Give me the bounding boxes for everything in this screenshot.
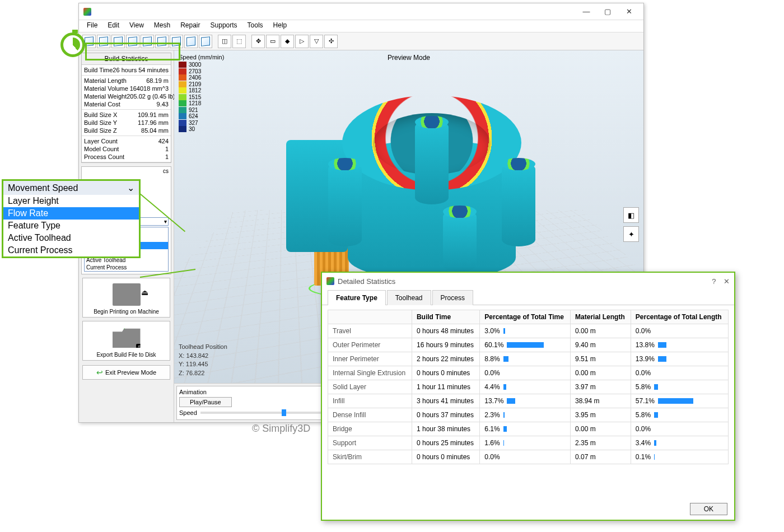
legend-entry: 30 — [179, 126, 224, 133]
tab-toolhead[interactable]: Toolhead — [387, 290, 431, 305]
coloring-dropdown-callout: Movement Speed ⌄ Layer HeightFlow RateFe… — [2, 179, 141, 258]
titlebar: — ▢ ✕ — [79, 3, 643, 20]
sd-badge: SD — [136, 344, 146, 350]
tool-button[interactable]: ▭ — [266, 35, 279, 48]
back-arrow-icon: ↩ — [96, 368, 103, 377]
maximize-button[interactable]: ▢ — [598, 5, 618, 18]
view-preset-button[interactable] — [141, 35, 154, 48]
tool-button[interactable]: ▷ — [295, 35, 309, 48]
coloring-option[interactable]: Current Process — [3, 244, 139, 256]
view-preset-button[interactable] — [170, 35, 183, 48]
table-row: Travel0 hours 48 minutes3.0%0.00 m0.0% — [328, 324, 729, 338]
legend-entry: 2406 — [179, 74, 224, 81]
app-icon — [83, 8, 91, 16]
dialog-help-button[interactable]: ? — [712, 277, 716, 286]
ok-button[interactable]: OK — [690, 503, 727, 515]
menu-tools[interactable]: Tools — [243, 20, 268, 32]
menubar: FileEditViewMeshRepairSupportsToolsHelp — [79, 20, 643, 32]
menu-repair[interactable]: Repair — [176, 20, 204, 32]
view-preset-button[interactable] — [199, 35, 212, 48]
table-row: Infill3 hours 41 minutes13.7%38.94 m57.1… — [328, 394, 729, 408]
view-preset-button[interactable] — [111, 35, 125, 48]
menu-file[interactable]: File — [82, 20, 102, 32]
folder-download-icon: SD — [113, 328, 141, 348]
table-row: Solid Layer1 hour 11 minutes4.4%3.97 m5.… — [328, 380, 729, 394]
coloring-dropdown-header[interactable]: Movement Speed ⌄ — [3, 181, 139, 195]
menu-edit[interactable]: Edit — [103, 20, 124, 32]
table-row: Dense Infill0 hours 37 minutes2.3%3.95 m… — [328, 408, 729, 422]
table-row: Inner Perimeter2 hours 22 minutes8.8%9.5… — [328, 352, 729, 366]
minimize-button[interactable]: — — [576, 5, 596, 18]
speed-legend: Speed (mm/min) 3000270324062109181215151… — [179, 54, 224, 133]
slider-thumb[interactable] — [282, 409, 286, 416]
table-row: Internal Single Extrusion0 hours 0 minut… — [328, 366, 729, 380]
stats-table-container: Build TimePercentage of Total TimeMateri… — [322, 305, 734, 498]
feature-type-table: Build TimePercentage of Total TimeMateri… — [328, 310, 729, 464]
legend-entry: 2703 — [179, 68, 224, 75]
legend-entry: 1812 — [179, 87, 224, 94]
legend-entry: 921 — [179, 107, 224, 114]
legend-entry: 2109 — [179, 81, 224, 88]
menu-mesh[interactable]: Mesh — [150, 20, 175, 32]
table-row: Skirt/Brim0 hours 0 minutes0.0%0.07 m0.1… — [328, 450, 729, 464]
legend-entry: 1218 — [179, 100, 224, 107]
close-button[interactable]: ✕ — [619, 5, 639, 18]
stat-build-time-label: Build Time — [84, 67, 113, 73]
view-cube-icon[interactable]: ◧ — [623, 207, 639, 223]
play-pause-button[interactable]: Play/Pause — [179, 397, 232, 407]
detailed-statistics-dialog: Detailed Statistics ? ✕ Feature TypeTool… — [321, 272, 735, 521]
tool-button[interactable]: ▽ — [310, 35, 323, 48]
coloring-panel-label-fragment: cs — [163, 168, 169, 174]
axes-indicator-icon[interactable]: ✦ — [623, 226, 639, 242]
coloring-option[interactable]: Layer Height — [3, 195, 139, 207]
coloring-option[interactable]: Current Process — [85, 264, 168, 271]
coloring-option[interactable]: Active Toolhead — [3, 232, 139, 244]
exit-preview-button[interactable]: ↩ Exit Preview Mode — [82, 365, 170, 380]
chevron-down-icon: ⌄ — [127, 183, 134, 193]
toolhead-position: Toolhead Position X: 143.842 Y: 119.445 … — [179, 343, 227, 377]
dialog-tabs: Feature TypeToolheadProcess — [322, 290, 734, 305]
menu-help[interactable]: Help — [269, 20, 292, 32]
preview-mode-label: Preview Mode — [388, 54, 430, 62]
table-row: Support0 hours 25 minutes1.6%2.35 m3.4% — [328, 436, 729, 450]
tool-button[interactable]: ◆ — [281, 35, 294, 48]
stopwatch-icon — [60, 32, 88, 60]
coloring-option[interactable]: Flow Rate — [3, 207, 139, 220]
dialog-close-button[interactable]: ✕ — [724, 277, 730, 286]
model-pillar — [443, 210, 477, 272]
table-row: Outer Perimeter16 hours 9 minutes60.1%9.… — [328, 338, 729, 352]
view-preset-button[interactable] — [155, 35, 169, 48]
coloring-option[interactable]: Feature Type — [3, 220, 139, 232]
view-preset-button[interactable] — [97, 35, 110, 48]
model-pillar — [502, 162, 535, 246]
legend-entry: 624 — [179, 113, 224, 120]
model-pillar — [328, 162, 362, 246]
app-icon — [326, 277, 334, 285]
view-preset-button[interactable] — [184, 35, 198, 48]
toolbar: ◫⬚✥▭◆▷▽✣ — [79, 32, 643, 50]
dialog-title: Detailed Statistics — [338, 277, 395, 286]
viewport-widgets: ◧ ✦ — [623, 207, 639, 242]
begin-printing-button[interactable]: Begin Printing on Machine — [82, 278, 170, 318]
legend-entry: 3000 — [179, 62, 224, 68]
legend-entry: 327 — [179, 120, 224, 127]
model-preview — [275, 90, 544, 302]
legend-entry: 1515 — [179, 94, 224, 101]
export-build-file-button[interactable]: SD Export Build File to Disk — [82, 321, 170, 361]
tool-button[interactable]: ✣ — [324, 35, 338, 48]
build-statistics-title: Build Statistics — [82, 53, 171, 65]
view-preset-button[interactable] — [126, 35, 139, 48]
printer-icon — [113, 283, 141, 306]
table-row: Bridge1 hour 38 minutes6.1%0.00 m0.0% — [328, 422, 729, 436]
menu-supports[interactable]: Supports — [206, 20, 242, 32]
menu-view[interactable]: View — [125, 20, 148, 32]
tab-process[interactable]: Process — [432, 290, 473, 305]
view-mode-button[interactable]: ⬚ — [232, 35, 246, 48]
chevron-down-icon: ▾ — [164, 218, 167, 225]
build-statistics-panel: Build Statistics Build Time26 hours 54 m… — [81, 53, 171, 163]
view-mode-button[interactable]: ◫ — [218, 35, 231, 48]
model-pillar — [415, 120, 449, 204]
copyright-text: © Simplify3D — [252, 423, 310, 435]
tool-button[interactable]: ✥ — [251, 35, 265, 48]
tab-feature-type[interactable]: Feature Type — [328, 290, 386, 305]
